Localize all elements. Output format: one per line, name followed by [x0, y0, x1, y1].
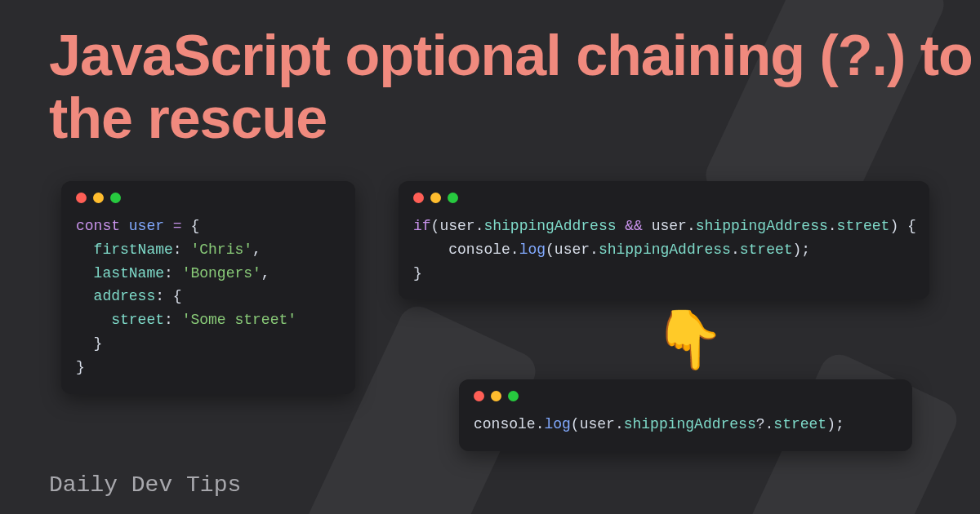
close-icon — [413, 193, 424, 203]
code-window-user-object: const user = { firstName: 'Chris', lastN… — [61, 181, 355, 394]
code-block: if(user.shippingAddress && user.shipping… — [413, 215, 915, 285]
code-window-optional-chaining: console.log(user.shippingAddress?.street… — [459, 379, 912, 451]
maximize-icon — [448, 193, 458, 203]
traffic-lights — [76, 193, 341, 203]
pointing-down-icon: 👇 — [653, 306, 724, 373]
traffic-lights — [474, 391, 898, 401]
close-icon — [474, 391, 484, 401]
footer-brand: Daily Dev Tips — [49, 472, 241, 498]
code-window-if-check: if(user.shippingAddress && user.shipping… — [399, 181, 929, 299]
code-block: console.log(user.shippingAddress?.street… — [474, 413, 898, 436]
minimize-icon — [430, 193, 441, 203]
code-block: const user = { firstName: 'Chris', lastN… — [76, 215, 341, 379]
minimize-icon — [93, 193, 104, 203]
page-title: JavaScript optional chaining (?.) to the… — [49, 24, 980, 150]
maximize-icon — [110, 193, 121, 203]
maximize-icon — [508, 391, 519, 401]
close-icon — [76, 193, 87, 203]
traffic-lights — [413, 193, 915, 203]
minimize-icon — [491, 391, 501, 401]
